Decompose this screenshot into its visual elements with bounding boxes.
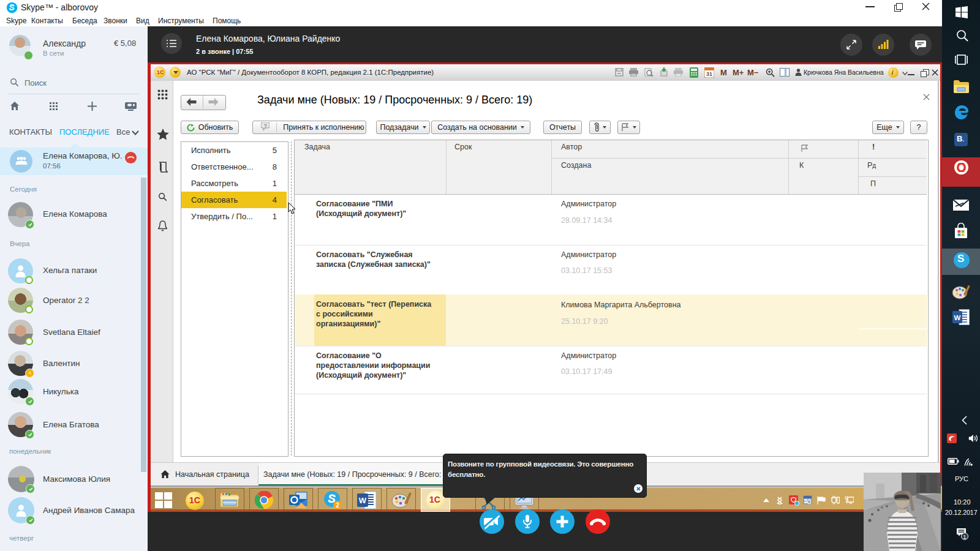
svg-text:2: 2 (336, 501, 339, 508)
svg-text:W: W (359, 496, 367, 505)
svg-text:31: 31 (706, 71, 712, 77)
svg-text:1: 1 (963, 533, 966, 540)
svg-text:?: ? (264, 123, 267, 129)
svg-text:W: W (954, 314, 961, 321)
